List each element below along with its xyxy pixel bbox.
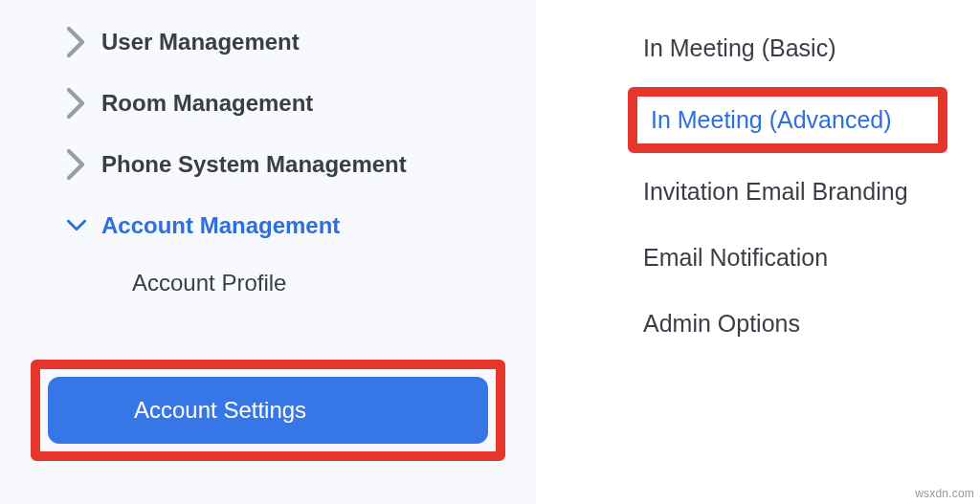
nav-item-label: Phone System Management [101,151,407,178]
nav-item-account-management[interactable]: Account Management [0,195,536,256]
sub-item-label: Account Settings [134,397,306,424]
section-link-label: In Meeting (Advanced) [651,106,892,133]
nav-item-label: Room Management [101,90,313,117]
nav-item-label: User Management [101,29,300,55]
section-link-label: In Meeting (Basic) [643,34,835,61]
highlight-in-meeting-advanced: In Meeting (Advanced) [628,87,947,153]
nav-item-phone-system-management[interactable]: Phone System Management [0,134,536,195]
sub-item-account-settings[interactable]: Account Settings [48,377,488,444]
chevron-right-icon [67,149,86,180]
sub-item-label: Account Profile [132,270,286,296]
nav-item-user-management[interactable]: User Management [0,11,536,73]
nav-item-label: Account Management [101,212,340,239]
highlight-account-settings: Account Settings [31,360,505,461]
section-link-invitation-email-branding[interactable]: Invitation Email Branding [584,159,980,225]
section-link-label: Invitation Email Branding [643,178,908,205]
section-link-in-meeting-advanced[interactable]: In Meeting (Advanced) [647,104,928,136]
section-link-admin-options[interactable]: Admin Options [584,291,980,357]
nav-item-room-management[interactable]: Room Management [0,73,536,134]
chevron-right-icon [67,88,86,119]
settings-section-list: In Meeting (Basic) In Meeting (Advanced)… [584,0,980,357]
section-link-label: Admin Options [643,310,800,337]
sub-item-account-profile[interactable]: Account Profile [0,256,536,310]
section-link-in-meeting-basic[interactable]: In Meeting (Basic) [584,15,980,81]
chevron-down-icon [67,220,86,232]
watermark-text: wsxdn.com [915,487,974,500]
section-link-email-notification[interactable]: Email Notification [584,225,980,291]
section-link-label: Email Notification [643,244,828,271]
chevron-right-icon [67,27,86,57]
